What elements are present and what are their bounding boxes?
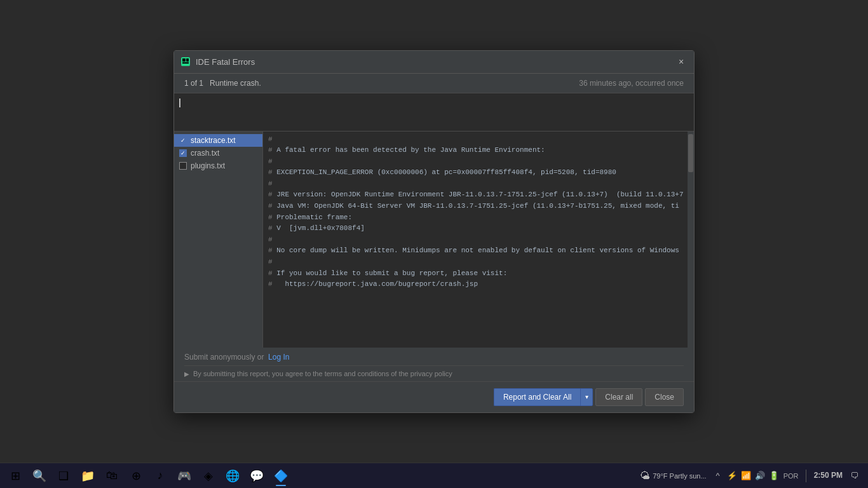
- file-label-crash: crash.txt: [191, 149, 219, 158]
- log-line: # JRE version: OpenJDK Runtime Environme…: [268, 189, 681, 201]
- report-clear-all-button[interactable]: Report and Clear All: [494, 388, 580, 406]
- error-header: 1 of 1 Runtime crash. 36 minutes ago, oc…: [174, 74, 694, 93]
- submit-line: Submit anonymously or Log In: [184, 353, 684, 362]
- file-checkbox-plugins[interactable]: [179, 162, 187, 170]
- taskbar-icon-discord[interactable]: 💬: [245, 464, 268, 487]
- editor-area[interactable]: [174, 93, 694, 132]
- cursor: [179, 98, 180, 107]
- clock-widget[interactable]: 2:50 PM: [811, 470, 845, 482]
- taskbar-separator: [806, 470, 806, 482]
- volume-icon[interactable]: 🔊: [754, 470, 766, 482]
- svg-rect-3: [186, 58, 189, 62]
- weather-widget[interactable]: 🌤 79°F Partly sun...: [637, 469, 709, 483]
- error-counter: 1 of 1 Runtime crash.: [184, 79, 261, 88]
- log-line: # If you would like to submit a bug repo…: [268, 268, 681, 280]
- weather-icon: 🌤: [640, 470, 650, 482]
- report-clear-all-button-group: Report and Clear All ▾: [494, 388, 593, 406]
- modal-overlay: IDE Fatal Errors × 1 of 1 Runtime crash.…: [0, 0, 868, 463]
- taskbar-icons: ⊞🔍❑📁🛍⊕♪🎮◈🌐💬🔷: [4, 464, 292, 487]
- scrollbar-thumb: [688, 134, 693, 172]
- dialog-main-content: stacktrace.txtcrash.txtplugins.txt ## A …: [174, 132, 694, 348]
- weather-desc: Partly sun...: [670, 472, 707, 480]
- dialog-title: IDE Fatal Errors: [196, 57, 675, 67]
- log-line: # A fatal error has been detected by the…: [268, 145, 681, 156]
- log-line: # Java VM: OpenJDK 64-Bit Server VM JBR-…: [268, 201, 681, 212]
- log-line: #: [268, 156, 681, 168]
- taskbar-icon-file-explorer[interactable]: 📁: [76, 464, 99, 487]
- battery-icon[interactable]: 🔋: [768, 470, 780, 482]
- taskbar-icon-windows-start[interactable]: ⊞: [4, 464, 27, 487]
- dialog-buttons: Report and Clear All ▾ Clear all Close: [174, 381, 694, 412]
- tray-chevron-icon[interactable]: ^: [712, 470, 724, 482]
- log-area: ## A fatal error has been detected by th…: [263, 132, 694, 348]
- file-label-plugins: plugins.txt: [191, 161, 225, 170]
- log-line: # EXCEPTION_IN_PAGE_ERROR (0xc0000006) a…: [268, 167, 681, 179]
- tray-icons: ^ ⚡ 📶 🔊 🔋 POR: [712, 470, 801, 482]
- file-panel: stacktrace.txtcrash.txtplugins.txt: [174, 132, 263, 348]
- taskbar-icon-vscode[interactable]: ◈: [197, 464, 220, 487]
- login-link[interactable]: Log In: [268, 353, 289, 362]
- log-line: # Problematic frame:: [268, 212, 681, 224]
- time-display: 2:50 PM: [814, 471, 843, 481]
- clear-all-button[interactable]: Clear all: [595, 388, 642, 406]
- ide-fatal-errors-dialog: IDE Fatal Errors × 1 of 1 Runtime crash.…: [173, 50, 695, 413]
- notification-icon[interactable]: 🗨: [848, 470, 860, 482]
- taskbar-icon-pycharm[interactable]: 🔷: [269, 464, 292, 487]
- log-line: # https://bugreport.java.com/bugreport/c…: [268, 279, 681, 290]
- log-line: # V [jvm.dll+0x7808f4]: [268, 223, 681, 234]
- weather-temp: 79°F: [653, 472, 667, 480]
- keyboard-icon[interactable]: POR: [782, 470, 801, 482]
- log-line: #: [268, 179, 681, 190]
- taskbar-icon-browser2[interactable]: 🌐: [221, 464, 244, 487]
- error-timestamp: 36 minutes ago, occurred once: [579, 79, 684, 88]
- svg-rect-1: [182, 58, 186, 62]
- taskbar-icon-gamepad[interactable]: 🎮: [173, 464, 196, 487]
- privacy-text: By submitting this report, you agree to …: [193, 370, 452, 377]
- report-clear-all-dropdown-button[interactable]: ▾: [580, 388, 593, 406]
- file-item-crash[interactable]: crash.txt: [174, 147, 262, 159]
- file-label-stacktrace: stacktrace.txt: [191, 136, 236, 145]
- file-checkbox-stacktrace[interactable]: [179, 137, 187, 144]
- close-icon[interactable]: ×: [675, 55, 688, 68]
- dialog-titlebar: IDE Fatal Errors ×: [174, 51, 694, 74]
- taskbar-right: 🌤 79°F Partly sun... ^ ⚡ 📶 🔊 🔋 POR 2:50 …: [637, 469, 865, 483]
- log-line: #: [268, 234, 681, 246]
- taskbar-icon-chrome[interactable]: ⊕: [125, 464, 147, 487]
- log-line: #: [268, 134, 681, 146]
- bluetooth-icon[interactable]: ⚡: [726, 470, 738, 482]
- network-icon[interactable]: 📶: [740, 470, 752, 482]
- svg-rect-2: [182, 62, 189, 64]
- log-scrollbar[interactable]: [688, 132, 694, 348]
- file-item-stacktrace[interactable]: stacktrace.txt: [174, 134, 262, 147]
- privacy-arrow-icon[interactable]: ▶: [184, 370, 189, 377]
- taskbar-icon-task-view[interactable]: ❑: [52, 464, 75, 487]
- pycharm-icon: [180, 57, 191, 67]
- close-button[interactable]: Close: [645, 388, 684, 406]
- log-content: ## A fatal error has been detected by th…: [268, 134, 689, 290]
- log-line: # No core dump will be written. Minidump…: [268, 245, 681, 257]
- log-line: #: [268, 257, 681, 268]
- desktop: IDE Fatal Errors × 1 of 1 Runtime crash.…: [0, 0, 868, 488]
- dialog-bottom: Submit anonymously or Log In ▶ By submit…: [174, 348, 694, 381]
- taskbar-icon-search[interactable]: 🔍: [28, 464, 51, 487]
- taskbar: ⊞🔍❑📁🛍⊕♪🎮◈🌐💬🔷 🌤 79°F Partly sun... ^ ⚡ 📶 …: [0, 463, 868, 488]
- file-checkbox-crash[interactable]: [179, 149, 187, 157]
- file-item-plugins[interactable]: plugins.txt: [174, 159, 262, 172]
- taskbar-icon-spotify[interactable]: ♪: [149, 464, 172, 487]
- privacy-section: ▶ By submitting this report, you agree t…: [184, 365, 684, 381]
- taskbar-icon-store[interactable]: 🛍: [100, 464, 123, 487]
